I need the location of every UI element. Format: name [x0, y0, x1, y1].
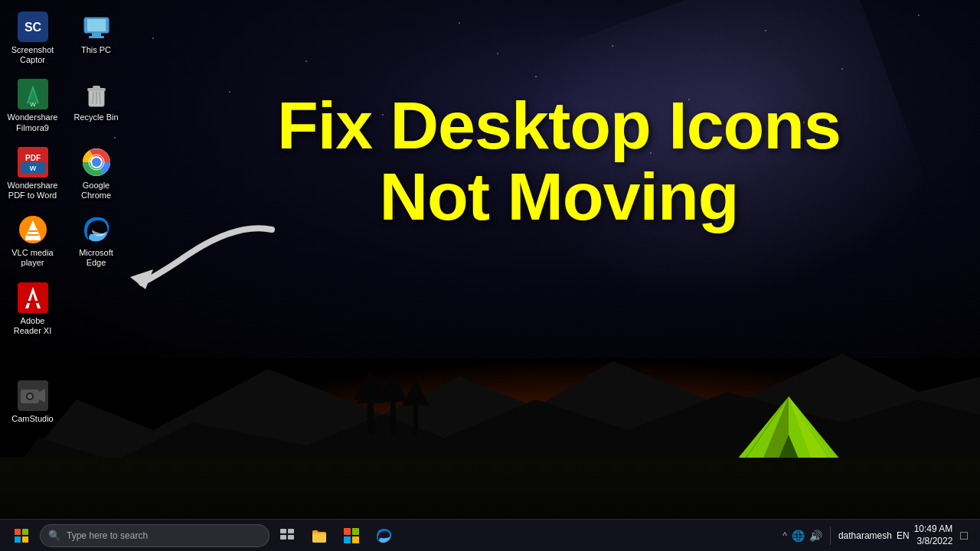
- icon-camstudio[interactable]: CamStudio: [4, 377, 61, 428]
- svg-rect-21: [89, 36, 104, 38]
- svg-point-38: [92, 158, 101, 167]
- taskbar-edge-icon: [375, 527, 392, 544]
- icon-recycle-bin[interactable]: Recycle Bin: [67, 75, 125, 136]
- windows-logo-icon: [15, 529, 28, 543]
- svg-rect-56: [15, 536, 21, 543]
- svg-marker-8: [402, 380, 430, 406]
- svg-rect-63: [352, 528, 359, 535]
- svg-line-31: [100, 92, 100, 104]
- icon-label-wondershare-filmora: Wondershare Filmora9: [8, 112, 58, 132]
- icon-label-camstudio: CamStudio: [11, 414, 53, 424]
- background-ground: [0, 458, 980, 519]
- taskbar: 🔍 Type here to search: [0, 519, 980, 551]
- icon-google-chrome[interactable]: Google Chrome: [67, 143, 125, 204]
- task-view-button[interactable]: [273, 521, 302, 550]
- system-tray: ^ 🌐 🔊 datharamesh EN 10:49 AM 3/8/2022 □: [776, 523, 974, 547]
- tray-expand-button[interactable]: ^: [782, 530, 787, 541]
- tray-datetime[interactable]: 10:49 AM 3/8/2022: [914, 523, 953, 547]
- taskbar-edge-button[interactable]: [369, 521, 398, 550]
- svg-rect-19: [87, 19, 106, 31]
- search-placeholder-text: Type here to search: [67, 530, 148, 541]
- tray-clock: 10:49 AM: [914, 523, 953, 536]
- tray-divider: [830, 527, 831, 545]
- svg-text:W: W: [29, 165, 36, 172]
- arrow-graphic: [119, 207, 272, 283]
- svg-rect-47: [28, 301, 38, 303]
- svg-rect-5: [390, 399, 396, 434]
- icon-vlc[interactable]: VLC media player: [4, 210, 61, 272]
- task-view-icon: [279, 528, 295, 543]
- desktop: SC Screenshot Captor This PC: [0, 0, 980, 551]
- icon-label-this-pc: This PC: [81, 45, 111, 55]
- icon-this-pc[interactable]: This PC: [67, 8, 125, 69]
- title-line1: Fix Desktop Icons: [153, 92, 965, 159]
- svg-rect-54: [15, 529, 21, 535]
- svg-rect-28: [93, 86, 100, 89]
- desktop-icons-area: SC Screenshot Captor This PC: [0, 0, 130, 490]
- svg-text:W: W: [30, 101, 36, 108]
- svg-rect-64: [344, 536, 351, 543]
- icon-wondershare-filmora[interactable]: W Wondershare Filmora9: [4, 75, 61, 136]
- file-explorer-button[interactable]: [305, 521, 334, 550]
- icon-microsoft-edge[interactable]: Microsoft Edge: [67, 210, 125, 272]
- icon-adobe-reader[interactable]: Adobe Reader XI: [4, 279, 61, 340]
- svg-rect-62: [344, 528, 351, 535]
- icon-label-vlc: VLC media player: [8, 248, 57, 268]
- svg-rect-61: [288, 535, 294, 540]
- icon-screenshot-captor[interactable]: SC Screenshot Captor: [4, 8, 61, 69]
- icon-label-screenshot-captor: Screenshot Captor: [8, 45, 57, 65]
- svg-line-29: [93, 92, 93, 104]
- microsoft-store-icon: [343, 527, 360, 544]
- tray-language[interactable]: EN: [897, 530, 910, 541]
- svg-rect-57: [22, 536, 28, 543]
- search-icon: 🔍: [48, 530, 60, 541]
- svg-marker-6: [377, 373, 408, 402]
- icon-label-pdf-to-word: Wondershare PDF to Word: [8, 181, 58, 201]
- icon-label-adobe-reader: Adobe Reader XI: [8, 316, 57, 336]
- svg-text:SC: SC: [24, 21, 41, 34]
- microsoft-store-button[interactable]: [337, 521, 366, 550]
- start-button[interactable]: [6, 521, 37, 550]
- icon-pdf-to-word[interactable]: PDF W Wondershare PDF to Word: [4, 143, 61, 204]
- tray-date: 3/8/2022: [917, 536, 953, 548]
- file-explorer-icon: [311, 527, 328, 544]
- icon-label-google-chrome: Google Chrome: [71, 181, 121, 201]
- svg-rect-55: [22, 529, 28, 535]
- svg-rect-42: [25, 237, 41, 240]
- svg-rect-20: [92, 33, 101, 36]
- svg-rect-58: [280, 529, 286, 533]
- svg-rect-65: [352, 536, 359, 543]
- svg-rect-7: [413, 403, 418, 434]
- tray-username: datharamesh: [838, 530, 892, 541]
- network-icon[interactable]: 🌐: [792, 530, 805, 542]
- svg-rect-60: [280, 535, 286, 540]
- svg-point-52: [28, 394, 32, 399]
- notification-icon[interactable]: □: [960, 529, 968, 543]
- icon-label-recycle-bin: Recycle Bin: [74, 112, 118, 122]
- taskbar-search[interactable]: 🔍 Type here to search: [40, 524, 270, 547]
- volume-icon[interactable]: 🔊: [809, 530, 822, 542]
- svg-text:PDF: PDF: [25, 154, 41, 162]
- icon-label-microsoft-edge: Microsoft Edge: [71, 248, 121, 268]
- svg-rect-59: [288, 529, 294, 533]
